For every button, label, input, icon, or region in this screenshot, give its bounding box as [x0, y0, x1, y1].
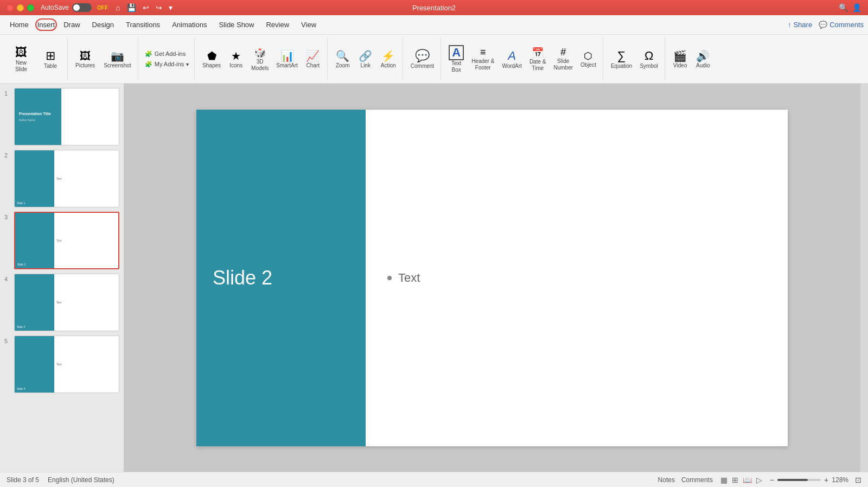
slide-thumb-3[interactable]: 3 Slide 2 Text [4, 212, 119, 269]
textbox-button[interactable]: A TextBox [445, 43, 467, 75]
slide-thumb-5[interactable]: 5 Slide 4 Text [4, 336, 119, 393]
menu-design[interactable]: Design [87, 18, 119, 31]
slide-right-block: Text [366, 110, 788, 446]
main-layout: 1 Presentation Title Author Name 2 Slide… [0, 84, 868, 472]
slide-area: Slide 2 Text [124, 84, 860, 472]
symbol-button[interactable]: Ω Symbol [636, 47, 661, 71]
slide-number-2: 2 [4, 152, 11, 159]
slide-preview-4: Slide 3 Text [14, 274, 119, 331]
menu-slideshow[interactable]: Slide Show [213, 18, 259, 31]
fit-slide-button[interactable]: ⊡ [855, 476, 861, 484]
customize-icon[interactable]: ▾ [169, 3, 173, 12]
action-button[interactable]: ⚡ Action [378, 47, 399, 71]
menu-transitions[interactable]: Transitions [120, 18, 165, 31]
autosave-toggle[interactable] [72, 3, 92, 12]
video-button[interactable]: 🎬 Video [669, 47, 691, 71]
autosave-off-label: OFF [97, 5, 108, 11]
redo-icon[interactable]: ↪ [156, 3, 162, 12]
slide-thumb-1[interactable]: 1 Presentation Title Author Name [4, 88, 119, 146]
close-button[interactable] [7, 4, 14, 11]
slide-main-heading: Slide 2 [213, 267, 349, 289]
home-icon[interactable]: ⌂ [116, 3, 120, 12]
3d-models-button[interactable]: 🎲 3DModels [248, 45, 272, 74]
pictures-button[interactable]: 🖼 Pictures [72, 47, 98, 71]
menu-view[interactable]: View [296, 18, 322, 31]
comments-status-button[interactable]: Comments [681, 476, 713, 484]
slide-preview-2: Slide 1 Text [14, 150, 119, 207]
maximize-button[interactable] [27, 4, 34, 11]
zoom-slider[interactable] [777, 479, 821, 481]
slide-thumb-2[interactable]: 2 Slide 1 Text [4, 150, 119, 207]
title-bar: AutoSave OFF ⌂ 💾 ↩ ↪ ▾ Presentation2 🔍 👤 [0, 0, 868, 15]
ribbon-group-equation: ∑ Equation Ω Symbol [604, 37, 665, 81]
icons-button[interactable]: ★ Icons [225, 45, 247, 74]
minimize-button[interactable] [17, 4, 24, 11]
action-icon: ⚡ [381, 49, 395, 62]
title-bar-right: 🔍 👤 [839, 3, 861, 12]
slide-canvas[interactable]: Slide 2 Text [196, 110, 788, 446]
table-icon: ⊞ [46, 49, 55, 63]
zoom-level: 128% [832, 476, 848, 484]
pictures-icon: 🖼 [80, 50, 91, 62]
wordart-button[interactable]: A WordArt [499, 43, 525, 75]
menu-home[interactable]: Home [4, 18, 34, 31]
zoom-in-button[interactable]: + [824, 476, 828, 484]
shapes-icon: ⬟ [207, 49, 216, 62]
object-icon: ⬡ [584, 50, 592, 62]
zoom-out-button[interactable]: − [770, 476, 774, 484]
menu-animations[interactable]: Animations [167, 18, 212, 31]
slide-thumb-4[interactable]: 4 Slide 3 Text [4, 274, 119, 331]
menu-insert[interactable]: Insert [35, 18, 58, 31]
comment-ribbon-icon: 💬 [415, 49, 430, 63]
slide-info: Slide 3 of 5 [7, 476, 39, 484]
comment-icon: 💬 [819, 21, 827, 29]
audio-icon: 🔊 [696, 49, 710, 62]
addins-icon: 🧩 [145, 50, 152, 58]
audio-button[interactable]: 🔊 Audio [692, 47, 714, 71]
date-time-button[interactable]: 📅 Date &Time [526, 43, 550, 75]
slide-number-button[interactable]: # SlideNumber [550, 43, 576, 75]
link-button[interactable]: 🔗 Link [355, 47, 376, 71]
equation-button[interactable]: ∑ Equation [608, 47, 635, 71]
my-addins-button[interactable]: 🧩 My Add-ins ▾ [143, 60, 191, 69]
undo-icon[interactable]: ↩ [143, 3, 149, 12]
smartart-button[interactable]: 📊 SmartArt [273, 45, 301, 74]
slideshow-view-button[interactable]: ▷ [755, 475, 763, 485]
traffic-lights [7, 4, 34, 11]
normal-view-button[interactable]: ▦ [719, 475, 729, 485]
header-footer-button[interactable]: ≡ Header &Footer [468, 43, 497, 75]
reading-view-button[interactable]: 📖 [742, 475, 753, 485]
notes-button[interactable]: Notes [658, 476, 675, 484]
ribbon-group-links: 🔍 Zoom 🔗 Link ⚡ Action [329, 37, 403, 81]
language-info: English (United States) [48, 476, 114, 484]
menu-draw[interactable]: Draw [58, 18, 85, 31]
slide-sorter-button[interactable]: ⊞ [731, 475, 739, 485]
chart-icon: 📈 [306, 49, 320, 62]
status-bar: Slide 3 of 5 English (United States) Not… [0, 472, 868, 487]
chart-button[interactable]: 📈 Chart [302, 45, 324, 74]
user-icon[interactable]: 👤 [852, 3, 861, 12]
new-slide-button[interactable]: 🖼 NewSlide [8, 41, 35, 77]
right-scrollbar[interactable] [860, 84, 868, 472]
comments-button[interactable]: 💬 Comments [819, 21, 864, 29]
window-title: Presentation2 [412, 4, 456, 12]
smartart-icon: 📊 [280, 49, 294, 62]
search-icon[interactable]: 🔍 [839, 3, 848, 12]
shapes-button[interactable]: ⬟ Shapes [199, 45, 224, 74]
autosave-knob [73, 4, 80, 11]
share-button[interactable]: ↑ Share [788, 21, 812, 29]
screenshot-button[interactable]: 📷 Screenshot [100, 47, 135, 71]
object-button[interactable]: ⬡ Object [577, 43, 599, 75]
get-addins-button[interactable]: 🧩 Get Add-ins [143, 49, 191, 59]
ribbon-group-shapes: ⬟ Shapes ★ Icons 🎲 3DModels 📊 SmartArt 📈… [196, 37, 328, 81]
table-button[interactable]: ⊞ Table [37, 41, 64, 77]
slides-panel: 1 Presentation Title Author Name 2 Slide… [0, 84, 124, 472]
menu-review[interactable]: Review [260, 18, 295, 31]
new-slide-icon: 🖼 [15, 46, 27, 60]
zoom-button[interactable]: 🔍 Zoom [332, 47, 354, 71]
slide-preview-5: Slide 4 Text [14, 336, 119, 393]
save-icon[interactable]: 💾 [127, 3, 136, 12]
symbol-icon: Ω [644, 49, 653, 63]
date-time-icon: 📅 [532, 47, 544, 59]
comment-button[interactable]: 💬 Comment [407, 41, 437, 77]
